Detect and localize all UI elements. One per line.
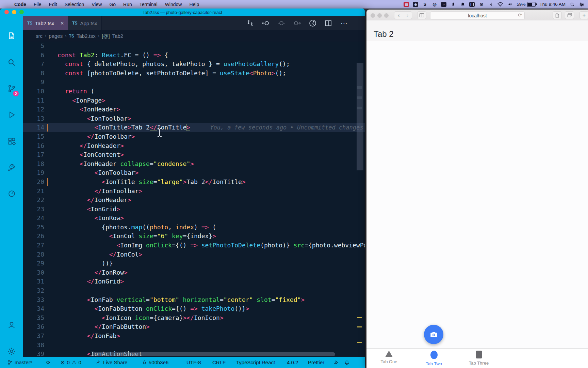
breadcrumb-pages[interactable]: pages: [49, 33, 63, 39]
code-line-32[interactable]: 32: [23, 286, 365, 295]
source-control-icon[interactable]: 2: [0, 80, 23, 97]
sidebar-toggle-icon[interactable]: [417, 11, 426, 19]
code-line-29[interactable]: 29 ))}: [23, 259, 365, 268]
safari-zoom-button[interactable]: [384, 13, 389, 18]
git-branch-item[interactable]: master*: [7, 357, 32, 368]
app-tab-tab-three[interactable]: Tab Three: [457, 351, 501, 368]
code-line-8[interactable]: 8 const [photoToDelete, setPhotoToDelete…: [23, 69, 365, 78]
back-button[interactable]: ‹: [394, 11, 403, 19]
spotlight-search-icon[interactable]: [569, 1, 575, 7]
code-line-13[interactable]: 13 <IonToolbar>: [23, 114, 365, 123]
code-line-38[interactable]: 38: [23, 341, 365, 350]
safari-close-button[interactable]: [371, 13, 375, 18]
menu-help[interactable]: Help: [189, 2, 199, 7]
more-actions-icon[interactable]: ⋯: [339, 18, 349, 28]
code-line-34[interactable]: 34 <IonFabButton onClick={() => takePhot…: [23, 304, 365, 313]
encoding-item[interactable]: UTF-8: [186, 357, 201, 368]
reload-icon[interactable]: ⟳: [518, 12, 522, 18]
code-line-20[interactable]: 20 <IonTitle size="large">Tab 2</IonTitl…: [23, 178, 365, 187]
formatter-item[interactable]: Prettier: [308, 357, 324, 368]
address-bar[interactable]: localhost ⟳: [430, 11, 525, 20]
problems-item[interactable]: ⊗ 0 ⚠ 0: [61, 357, 81, 368]
peacock-color-item[interactable]: #00b3e6: [142, 357, 168, 368]
code-line-16[interactable]: 16 </IonHeader>: [23, 141, 365, 151]
menu-code[interactable]: Code: [14, 2, 26, 7]
code-line-18[interactable]: 18 <IonHeader collapse="condense">: [23, 159, 365, 169]
code-line-28[interactable]: 28 </IonCol>: [23, 250, 365, 259]
notification-bell-icon[interactable]: [460, 1, 466, 7]
open-changes-icon[interactable]: [245, 18, 255, 28]
test-gauge-icon[interactable]: [0, 185, 23, 202]
extensions-icon[interactable]: [0, 132, 23, 150]
code-line-36[interactable]: 36 </IonFabButton>: [23, 322, 365, 332]
navigate-back-icon[interactable]: [261, 18, 271, 28]
run-timeline-icon[interactable]: [308, 18, 318, 28]
version-item[interactable]: 4.0.2: [287, 357, 298, 368]
s-app-icon[interactable]: S: [422, 1, 428, 7]
film-app-icon[interactable]: ▤: [404, 2, 409, 7]
do-not-disturb-icon[interactable]: ⊘: [478, 1, 484, 7]
menu-selection[interactable]: Selection: [65, 2, 84, 7]
editor-vertical-scrollbar[interactable]: [357, 63, 363, 170]
camera-app-icon[interactable]: ◉: [413, 2, 418, 7]
rocket-menu-icon[interactable]: [450, 1, 456, 7]
code-line-27[interactable]: 27 <IonImg onClick={() => setPhotoToDele…: [23, 241, 365, 250]
search-icon[interactable]: [0, 53, 23, 71]
code-line-33[interactable]: 33 <IonFab vertical="bottom" horizontal=…: [23, 295, 365, 305]
forward-button[interactable]: ›: [403, 11, 412, 19]
wifi-icon[interactable]: [497, 1, 503, 7]
ring-app-icon[interactable]: ○: [441, 2, 446, 7]
code-line-11[interactable]: 11 <IonPage>: [23, 96, 365, 105]
menu-window[interactable]: Window: [165, 2, 182, 7]
code-line-30[interactable]: 30 </IonRow>: [23, 268, 365, 277]
breadcrumb-file[interactable]: Tab2.tsx: [77, 33, 96, 39]
menu-edit[interactable]: Edit: [49, 2, 57, 7]
window-manager-icon[interactable]: ❙❙: [469, 2, 475, 7]
menu-terminal[interactable]: Terminal: [140, 2, 158, 7]
code-editor[interactable]: 56const Tab2: React.FC = () => {7 const …: [23, 42, 365, 357]
notifications-bell-icon[interactable]: [344, 357, 349, 368]
vscode-title-bar[interactable]: Tab2.tsx — photo-gallery-capacitor-react: [0, 9, 365, 16]
code-line-15[interactable]: 15 </IonToolbar>: [23, 132, 365, 141]
code-line-22[interactable]: 22 </IonHeader>: [23, 196, 365, 205]
menu-bar-clock[interactable]: Thu 8:46 AM: [539, 2, 566, 7]
navigate-position-icon[interactable]: [276, 18, 287, 28]
app-tab-tab-two[interactable]: Tab Two: [412, 351, 456, 368]
code-line-14[interactable]: 14 <IonTitle>Tab 2</IonTitle>You, a few …: [23, 123, 365, 132]
run-debug-icon[interactable]: [0, 106, 23, 124]
code-line-21[interactable]: 21 </IonToolbar>: [23, 187, 365, 196]
accounts-icon[interactable]: [0, 316, 23, 334]
tab-overview-icon[interactable]: [565, 11, 574, 19]
language-mode-item[interactable]: TypeScript React: [236, 357, 275, 368]
code-line-9[interactable]: 9: [23, 78, 365, 87]
editor-horizontal-scrollbar[interactable]: [92, 352, 335, 356]
control-center-icon[interactable]: [579, 1, 585, 7]
navigate-forward-icon[interactable]: [292, 18, 302, 28]
tab-apptsx[interactable]: TS App.tsx: [68, 16, 101, 30]
code-line-31[interactable]: 31 </IonGrid>: [23, 277, 365, 286]
code-line-25[interactable]: 25 {photos.map((photo, index) => (: [23, 223, 365, 232]
code-line-35[interactable]: 35 <IonIcon icon={camera}></IonIcon>: [23, 313, 365, 323]
code-line-5[interactable]: 5: [23, 42, 365, 51]
code-line-6[interactable]: 6const Tab2: React.FC = () => {: [23, 51, 365, 60]
code-line-26[interactable]: 26 <IonCol size="6" key={index}>: [23, 232, 365, 241]
close-tab-icon[interactable]: ✕: [60, 21, 64, 26]
feedback-icon[interactable]: [333, 357, 339, 368]
bluetooth-icon[interactable]: [488, 1, 494, 7]
code-line-23[interactable]: 23 <IonGrid>: [23, 205, 365, 214]
menu-file[interactable]: File: [34, 2, 42, 7]
breadcrumb-symbol[interactable]: Tab2: [112, 33, 124, 39]
menu-view[interactable]: View: [92, 2, 102, 7]
tab-tab2tsx[interactable]: TS Tab2.tsx ✕: [23, 16, 68, 30]
close-window-button[interactable]: [4, 10, 9, 14]
record-icon[interactable]: ◎: [431, 1, 437, 7]
battery-indicator[interactable]: 59%: [517, 2, 536, 7]
camera-fab-button[interactable]: [424, 325, 443, 344]
breadcrumb-src[interactable]: src: [36, 33, 43, 39]
code-line-24[interactable]: 24 <IonRow>: [23, 214, 365, 223]
code-line-12[interactable]: 12 <IonHeader>: [23, 105, 365, 114]
code-line-10[interactable]: 10 return (: [23, 87, 365, 96]
share-icon[interactable]: [553, 11, 562, 19]
volume-icon[interactable]: [507, 1, 513, 7]
sync-icon[interactable]: ⟳: [46, 357, 51, 368]
